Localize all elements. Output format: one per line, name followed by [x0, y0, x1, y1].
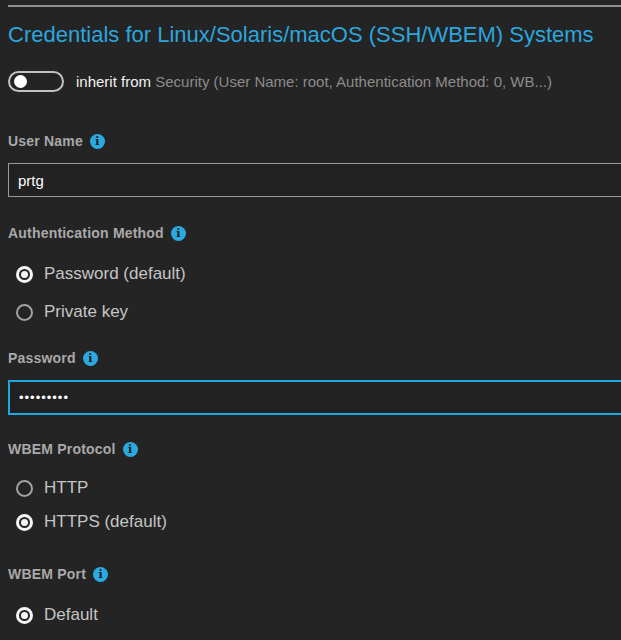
radio-option-private-key[interactable]: Private key: [16, 297, 621, 327]
radio-label: HTTPS (default): [44, 512, 167, 532]
auth-method-label: Authentication Method: [8, 225, 164, 241]
radio-unselected-icon: [16, 480, 33, 497]
radio-label: Password (default): [44, 264, 186, 284]
password-input[interactable]: [8, 380, 621, 415]
user-name-label: User Name: [8, 133, 83, 149]
inherit-row: inherit from Security (User Name: root, …: [8, 70, 621, 92]
top-divider: [8, 5, 621, 7]
info-icon[interactable]: i: [83, 351, 98, 366]
inherit-toggle[interactable]: [8, 71, 64, 92]
wbem-protocol-label: WBEM Protocol: [8, 441, 116, 457]
radio-option-http[interactable]: HTTP: [16, 473, 621, 503]
info-icon[interactable]: i: [90, 134, 105, 149]
radio-option-port-default[interactable]: Default: [16, 600, 621, 630]
radio-selected-icon: [16, 514, 33, 531]
info-icon[interactable]: i: [123, 442, 138, 457]
inherit-source: Security (User Name: root, Authenticatio…: [155, 73, 552, 90]
radio-label: HTTP: [44, 478, 88, 498]
info-icon[interactable]: i: [171, 226, 186, 241]
credentials-settings-panel: Credentials for Linux/Solaris/macOS (SSH…: [0, 0, 621, 640]
info-icon[interactable]: i: [93, 567, 108, 582]
radio-selected-icon: [16, 266, 33, 283]
toggle-knob-icon: [14, 75, 27, 88]
radio-option-password-default[interactable]: Password (default): [16, 259, 621, 289]
password-label: Password: [8, 350, 76, 366]
wbem-port-label: WBEM Port: [8, 566, 86, 582]
radio-selected-icon: [16, 607, 33, 624]
radio-label: Private key: [44, 302, 128, 322]
radio-unselected-icon: [16, 304, 33, 321]
password-label-row: Password i: [8, 348, 621, 368]
section-title: Credentials for Linux/Solaris/macOS (SSH…: [8, 21, 621, 49]
wbem-protocol-label-row: WBEM Protocol i: [8, 439, 621, 459]
auth-method-label-row: Authentication Method i: [8, 223, 621, 243]
radio-label: Default: [44, 605, 98, 625]
user-name-label-row: User Name i: [8, 131, 621, 151]
inherit-text: inherit from Security (User Name: root, …: [76, 73, 552, 90]
wbem-port-label-row: WBEM Port i: [8, 564, 621, 584]
user-name-input[interactable]: [8, 163, 621, 197]
radio-option-https-default[interactable]: HTTPS (default): [16, 507, 621, 537]
inherit-label: inherit from: [76, 73, 151, 90]
